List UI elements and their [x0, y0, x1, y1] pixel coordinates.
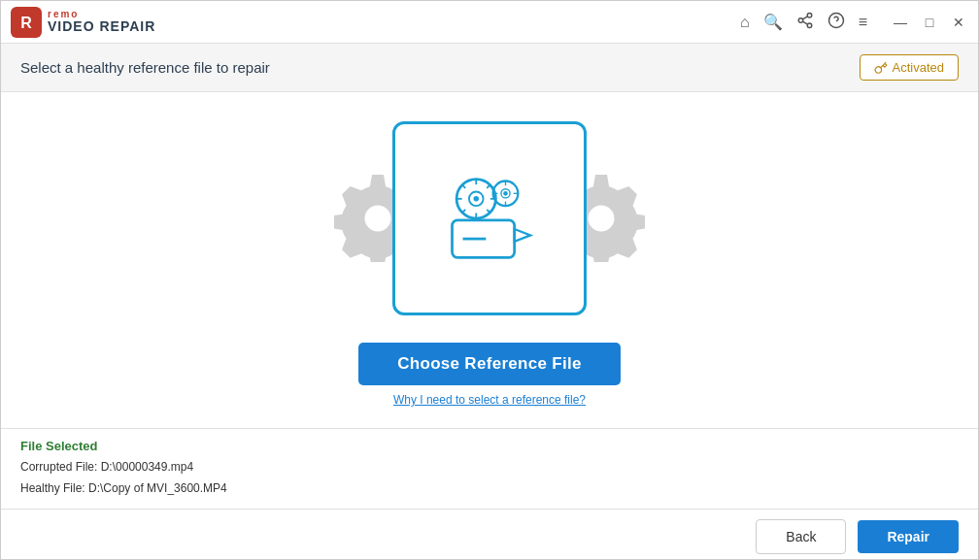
close-button[interactable]: ✕: [949, 13, 968, 32]
svg-point-4: [807, 23, 812, 28]
main-content: Choose Reference File Why I need to sele…: [1, 92, 978, 428]
video-box: [392, 121, 587, 315]
svg-point-22: [503, 191, 508, 196]
minimize-button[interactable]: —: [891, 13, 910, 32]
key-icon: [874, 61, 888, 75]
file-selected-title: File Selected: [20, 439, 959, 453]
home-icon[interactable]: ⌂: [740, 14, 750, 31]
svg-line-5: [802, 21, 807, 24]
svg-line-6: [802, 16, 807, 18]
titlebar-icons: ⌂ 🔍 ≡ — □ ✕: [740, 12, 968, 33]
svg-point-3: [798, 17, 803, 22]
app-name: remo VIDEO REPAIR: [48, 9, 155, 34]
maximize-button[interactable]: □: [920, 13, 939, 32]
svg-line-19: [462, 210, 466, 214]
bottom-bar: Back Repair: [1, 509, 978, 560]
activated-button[interactable]: Activated: [860, 54, 959, 81]
activated-label: Activated: [893, 60, 944, 75]
help-icon[interactable]: [827, 12, 845, 33]
search-icon[interactable]: 🔍: [763, 13, 783, 31]
why-link[interactable]: Why I need to select a reference file?: [393, 393, 586, 407]
header-title: Select a healthy reference file to repai…: [20, 59, 270, 76]
illustration-wrapper: [334, 112, 645, 325]
svg-line-17: [487, 210, 490, 214]
menu-icon[interactable]: ≡: [859, 14, 867, 31]
corrupted-file-info: Corrupted File: D:\00000349.mp4: [20, 457, 959, 478]
svg-line-16: [462, 184, 466, 188]
titlebar-left: R remo VIDEO REPAIR: [11, 7, 155, 38]
svg-text:R: R: [20, 14, 32, 30]
titlebar: R remo VIDEO REPAIR ⌂ 🔍 ≡ — □ ✕: [1, 1, 978, 44]
svg-marker-29: [515, 229, 531, 242]
app-logo: R remo VIDEO REPAIR: [11, 7, 155, 38]
healthy-file-info: Healthy File: D:\Copy of MVI_3600.MP4: [20, 478, 959, 500]
file-selected-section: File Selected Corrupted File: D:\0000034…: [1, 428, 978, 509]
header-bar: Select a healthy reference file to repai…: [1, 44, 978, 92]
svg-point-2: [807, 13, 812, 17]
repair-button[interactable]: Repair: [858, 520, 959, 553]
logo-icon: R: [11, 7, 42, 38]
svg-point-11: [474, 196, 480, 202]
window-controls: — □ ✕: [891, 13, 968, 32]
app-name-main: VIDEO REPAIR: [48, 19, 155, 34]
video-camera-icon: [426, 165, 553, 272]
back-button[interactable]: Back: [756, 519, 846, 554]
choose-reference-file-button[interactable]: Choose Reference File: [358, 343, 621, 385]
svg-line-18: [487, 184, 490, 188]
share-icon[interactable]: [796, 12, 814, 33]
